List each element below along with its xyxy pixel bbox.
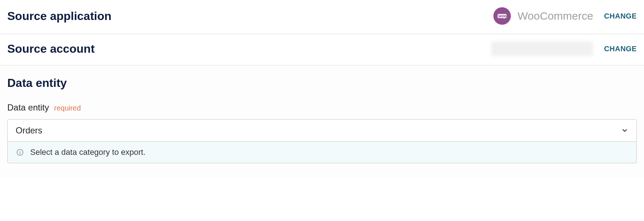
source-account-title: Source account — [7, 42, 95, 56]
source-application-section: Source application WooCommerce CHANGE — [0, 0, 644, 34]
app-label: WooCommerce — [493, 7, 593, 25]
source-account-row: Source account CHANGE — [7, 41, 637, 56]
change-source-app-button[interactable]: CHANGE — [604, 12, 637, 20]
source-application-title: Source application — [7, 9, 111, 23]
chevron-down-icon — [621, 127, 628, 134]
required-tag: required — [54, 104, 81, 112]
data-entity-label-row: Data entity required — [7, 103, 637, 113]
woo-icon — [493, 7, 511, 25]
data-entity-info-text: Select a data category to export. — [30, 148, 146, 157]
data-entity-section: Data entity Data entity required Orders … — [0, 65, 644, 178]
data-entity-select[interactable]: Orders — [7, 119, 637, 142]
data-entity-heading: Data entity — [7, 76, 637, 90]
data-entity-field-label: Data entity — [7, 103, 49, 113]
info-icon — [16, 148, 24, 157]
source-account-right: CHANGE — [491, 41, 637, 56]
app-name: WooCommerce — [517, 10, 593, 22]
source-application-row: Source application WooCommerce CHANGE — [7, 7, 637, 25]
source-account-value-redacted — [491, 41, 593, 56]
data-entity-info-bar: Select a data category to export. — [7, 142, 637, 163]
data-entity-selected-value: Orders — [16, 125, 42, 136]
source-account-section: Source account CHANGE — [0, 34, 644, 65]
change-source-account-button[interactable]: CHANGE — [604, 45, 637, 53]
svg-point-4 — [20, 150, 20, 151]
source-application-right: WooCommerce CHANGE — [493, 7, 637, 25]
woo-logo-svg — [496, 9, 509, 23]
